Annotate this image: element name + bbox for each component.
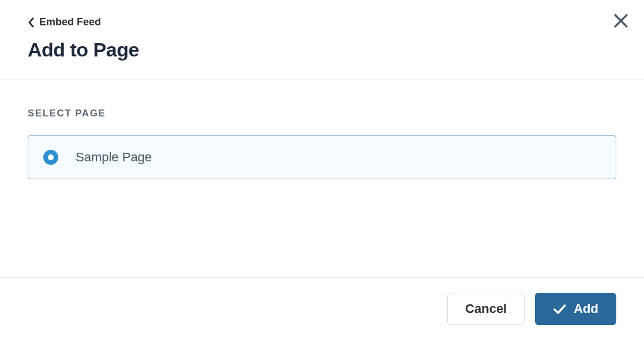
close-icon (613, 13, 629, 29)
chevron-left-icon (28, 17, 35, 28)
radio-selected-icon (43, 150, 58, 165)
section-label: SELECT PAGE (28, 108, 616, 119)
back-link[interactable]: Embed Feed (28, 16, 616, 28)
cancel-button[interactable]: Cancel (447, 293, 525, 325)
dialog-header: Embed Feed Add to Page (0, 0, 644, 80)
check-icon (553, 303, 567, 315)
back-link-label: Embed Feed (39, 16, 101, 28)
dialog-content: SELECT PAGE Sample Page (0, 80, 644, 202)
dialog-footer: Cancel Add (0, 277, 644, 340)
cancel-button-label: Cancel (465, 303, 507, 315)
page-title: Add to Page (28, 39, 616, 61)
add-button[interactable]: Add (535, 293, 616, 325)
page-option-row[interactable]: Sample Page (28, 135, 616, 179)
add-button-label: Add (574, 303, 598, 315)
close-button[interactable] (611, 10, 631, 31)
page-option-label: Sample Page (76, 150, 152, 165)
